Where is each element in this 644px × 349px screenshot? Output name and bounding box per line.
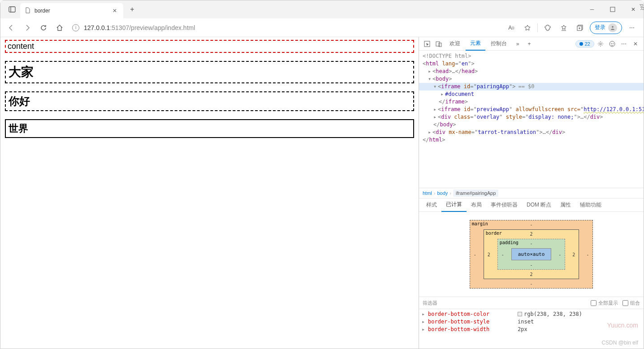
svg-point-9	[600, 43, 601, 45]
issues-badge[interactable]: 22	[575, 40, 594, 47]
dom-doctype: <!DOCTYPE html>	[423, 53, 471, 59]
content-box-1: content	[5, 40, 414, 53]
address-bar: i 127.0.0.1:51307/preview/app/index.html…	[0, 18, 644, 37]
home-button[interactable]	[52, 21, 67, 35]
add-tab-icon[interactable]: +	[524, 39, 535, 49]
devtools-close-icon[interactable]: ✕	[630, 39, 641, 49]
stab-dom-breakpoints[interactable]: DOM 断点	[522, 198, 556, 212]
prop-row[interactable]: ▸border-bottom-style inset	[422, 318, 641, 325]
show-all-checkbox[interactable]: 全部显示	[591, 300, 618, 306]
url-port: :51307	[110, 24, 129, 31]
tab-bar: border ✕ + ─ ✕	[0, 0, 644, 18]
stab-styles[interactable]: 样式	[422, 198, 441, 212]
browser-tab[interactable]: border ✕	[20, 3, 123, 18]
close-window-button[interactable]: ✕	[623, 0, 644, 18]
avatar-icon	[608, 23, 617, 32]
box-model[interactable]: margin - - - - border 2 2 2 2	[419, 212, 644, 297]
favorites-bar-icon[interactable]	[558, 22, 570, 34]
back-button[interactable]	[4, 21, 18, 35]
svg-point-12	[609, 41, 615, 47]
color-swatch	[518, 312, 522, 316]
url-path: /preview/app/index.html	[129, 24, 195, 31]
crumb-current[interactable]: iframe#pairingApp	[453, 190, 498, 197]
site-info-icon[interactable]: i	[72, 24, 79, 31]
favorite-icon[interactable]	[521, 22, 534, 34]
box-model-content: auto×auto	[511, 248, 552, 260]
computed-panel: margin - - - - border 2 2 2 2	[419, 212, 644, 349]
maximize-button[interactable]	[602, 0, 623, 18]
tab-actions-icon[interactable]	[4, 2, 20, 17]
page-viewport: content 大家 你好 世界	[0, 37, 419, 349]
computed-properties[interactable]: ▸border-bottom-color rgb(238, 238, 238) …	[419, 309, 644, 334]
crumb-html[interactable]: html	[423, 190, 432, 196]
filter-row: 筛选器 全部显示 组合	[419, 297, 644, 309]
svg-rect-7	[436, 42, 440, 46]
prop-row[interactable]: ▸border-bottom-width 2px	[422, 325, 641, 333]
devtools-header: 欢迎 元素 控制台 » + 22 ⋯ ✕	[419, 37, 644, 51]
refresh-button[interactable]	[36, 21, 51, 35]
dom-tree[interactable]: <!DOCTYPE html> <html lang="en"> ▸<head>…	[419, 51, 644, 188]
more-icon[interactable]: ⋯	[626, 22, 638, 34]
devtools-more-icon[interactable]: ⋯	[618, 39, 629, 49]
tab-elements[interactable]: 元素	[466, 37, 485, 51]
devtools-panel: 欢迎 元素 控制台 » + 22 ⋯ ✕ <!DOCTYPE html> <h	[419, 37, 644, 349]
content-box-4: 世界	[5, 119, 414, 138]
minimize-button[interactable]: ─	[582, 0, 602, 18]
close-tab-icon[interactable]: ✕	[111, 8, 119, 14]
feedback-icon[interactable]	[607, 39, 618, 49]
filter-input[interactable]: 筛选器	[423, 300, 586, 306]
styles-tabs: 样式 已计算 布局 事件侦听器 DOM 断点 属性 辅助功能	[419, 198, 644, 212]
svg-rect-0	[9, 7, 15, 12]
dom-breadcrumb[interactable]: html › body › iframe#pairingApp	[419, 188, 644, 198]
login-label: 登录	[595, 24, 605, 31]
group-checkbox[interactable]: 组合	[622, 300, 640, 306]
content-box-3: 你好	[5, 91, 414, 111]
document-icon	[25, 7, 31, 15]
divider	[537, 23, 538, 32]
new-tab-button[interactable]: +	[125, 2, 139, 17]
device-toggle-icon[interactable]	[433, 39, 444, 49]
collections-icon[interactable]	[574, 22, 586, 34]
crumb-body[interactable]: body	[437, 190, 448, 196]
url-input[interactable]: i 127.0.0.1:51307/preview/app/index.html	[69, 21, 503, 34]
inspect-icon[interactable]	[422, 39, 432, 49]
svg-point-11	[613, 43, 614, 44]
stab-properties[interactable]: 属性	[556, 198, 575, 212]
tab-console[interactable]: 控制台	[486, 37, 511, 51]
more-tabs-icon[interactable]: »	[512, 39, 523, 49]
svg-point-10	[611, 43, 612, 44]
read-aloud-icon[interactable]: A))	[505, 22, 518, 34]
content-box-2: 大家	[5, 61, 414, 83]
dom-selected-node[interactable]: ▾<iframe id="pairingApp">== $0	[419, 83, 644, 90]
tab-title: border	[35, 8, 111, 14]
stab-listeners[interactable]: 事件侦听器	[486, 198, 522, 212]
url-host: 127.0.0.1	[84, 24, 110, 31]
svg-point-5	[612, 26, 614, 28]
stab-accessibility[interactable]: 辅助功能	[575, 198, 606, 212]
extensions-icon[interactable]	[541, 22, 554, 34]
svg-rect-2	[610, 7, 615, 12]
forward-button	[20, 21, 35, 35]
settings-icon[interactable]	[595, 39, 606, 49]
login-button[interactable]: 登录	[590, 22, 622, 34]
stab-layout[interactable]: 布局	[467, 198, 486, 212]
prop-row[interactable]: ▸border-bottom-color rgb(238, 238, 238)	[422, 310, 641, 318]
stab-computed[interactable]: 已计算	[441, 198, 467, 212]
tab-welcome[interactable]: 欢迎	[445, 37, 465, 51]
